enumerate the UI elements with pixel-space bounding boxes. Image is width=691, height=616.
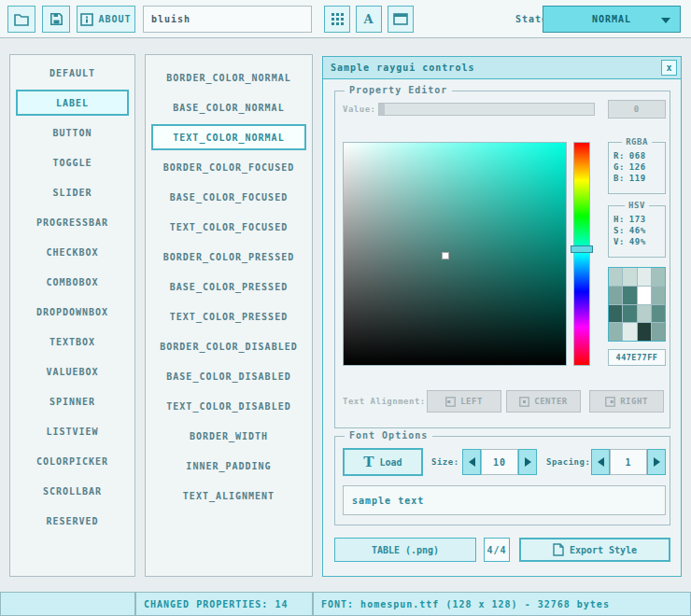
color-swatch[interactable] [609, 268, 622, 286]
s-value: 46% [629, 226, 646, 235]
property-item-base-color-disabled[interactable]: BASE_COLOR_DISABLED [151, 363, 306, 389]
font-size-label: Size: [431, 457, 459, 467]
controls-list-item-valuebox[interactable]: VALUEBOX [16, 358, 129, 385]
color-swatch[interactable] [638, 323, 651, 341]
font-A-icon: A [363, 12, 374, 26]
color-swatch[interactable] [623, 305, 636, 323]
hue-slider-handle[interactable] [571, 245, 593, 253]
controls-list-item-listview[interactable]: LISTVIEW [16, 418, 129, 444]
property-item-text-color-disabled[interactable]: TEXT_COLOR_DISABLED [151, 393, 306, 419]
color-panel[interactable] [343, 142, 567, 366]
font-size-increase-button[interactable] [518, 449, 537, 475]
align-left-button[interactable]: LEFT [427, 390, 501, 413]
controls-list-item-slider[interactable]: SLIDER [16, 179, 129, 205]
arrow-left-icon [469, 457, 475, 467]
property-item-border-color-pressed[interactable]: BORDER_COLOR_PRESSED [151, 244, 306, 270]
property-item-base-color-focused[interactable]: BASE_COLOR_FOCUSED [151, 184, 306, 210]
font-load-button[interactable]: T Load [343, 448, 423, 476]
align-right-button[interactable]: RIGHT [589, 390, 664, 413]
controls-list-item-combobox[interactable]: COMBOBOX [16, 269, 129, 295]
color-swatch[interactable] [638, 287, 651, 304]
controls-list-item-progressbar[interactable]: PROGRESSBAR [16, 209, 129, 235]
window-close-button[interactable]: x [661, 60, 677, 76]
open-style-button[interactable] [7, 6, 35, 33]
property-item-base-color-pressed[interactable]: BASE_COLOR_PRESSED [151, 273, 306, 300]
controls-list-item-toggle[interactable]: TOGGLE [16, 149, 129, 175]
property-item-text-alignment[interactable]: TEXT_ALIGNMENT [151, 483, 306, 509]
font-T-icon: T [363, 454, 374, 470]
font-spacing-decrease-button[interactable] [591, 449, 610, 475]
toolbar: ABOUT A State: NORMAL [0, 0, 691, 38]
font-size-decrease-button[interactable] [462, 449, 481, 475]
color-swatch[interactable] [652, 323, 665, 341]
color-picker-cursor[interactable] [442, 252, 449, 259]
status-changed-properties: CHANGED PROPERTIES: 14 [135, 592, 313, 616]
color-swatch-grid [608, 267, 666, 342]
window-titlebar[interactable]: Sample raygui controls [323, 57, 681, 79]
sample-text-input[interactable]: sample text [343, 485, 666, 515]
color-swatch[interactable] [609, 287, 622, 304]
color-swatch[interactable] [623, 268, 636, 286]
about-button[interactable]: ABOUT [77, 6, 135, 33]
align-center-button[interactable]: CENTER [506, 390, 581, 413]
font-settings-button[interactable]: A [356, 6, 382, 33]
controls-list-item-label[interactable]: LABEL [16, 90, 129, 116]
export-style-label: Export Style [570, 545, 637, 555]
style-table-image-button[interactable] [324, 6, 350, 33]
hue-bar[interactable] [573, 142, 590, 366]
color-swatch[interactable] [623, 287, 636, 304]
property-item-inner-padding[interactable]: INNER_PADDING [151, 453, 306, 479]
color-swatch[interactable] [652, 268, 665, 286]
value-slider-handle[interactable] [379, 104, 385, 115]
controls-list-item-colorpicker[interactable]: COLORPICKER [16, 448, 129, 474]
color-swatch[interactable] [652, 305, 665, 323]
controls-list-item-default[interactable]: DEFAULT [16, 60, 129, 86]
font-options-group: Font Options T Load Size: 10 Spacing: 1 … [334, 436, 670, 525]
controls-list-item-button[interactable]: BUTTON [16, 119, 129, 146]
hsv-hue-row: H:173 [609, 215, 665, 224]
property-item-border-color-normal[interactable]: BORDER_COLOR_NORMAL [151, 64, 306, 91]
controls-list-item-scrollbar[interactable]: SCROLLBAR [16, 478, 129, 504]
align-center-icon [519, 397, 529, 407]
export-style-button[interactable]: Export Style [519, 538, 670, 562]
color-swatch[interactable] [623, 323, 636, 341]
style-name-input[interactable] [143, 6, 312, 33]
property-item-text-color-focused[interactable]: TEXT_COLOR_FOCUSED [151, 214, 306, 240]
state-dropdown[interactable]: NORMAL [543, 6, 681, 33]
window-view-button[interactable] [388, 6, 414, 33]
property-item-border-width[interactable]: BORDER_WIDTH [151, 423, 306, 449]
property-item-border-color-focused[interactable]: BORDER_COLOR_FOCUSED [151, 154, 306, 180]
color-swatch[interactable] [652, 287, 665, 304]
h-label: H: [613, 215, 625, 224]
export-format-combo[interactable]: TABLE (.png) [334, 538, 476, 562]
font-spacing-value-box[interactable]: 1 [610, 449, 647, 475]
s-label: S: [613, 226, 625, 235]
color-swatch[interactable] [609, 305, 622, 323]
export-file-icon [553, 543, 564, 556]
color-swatch[interactable] [638, 268, 651, 286]
hex-value-box[interactable]: 447E77FF [608, 349, 666, 366]
value-box[interactable]: 0 [608, 100, 666, 119]
value-label: Value: [343, 105, 376, 114]
controls-list-item-textbox[interactable]: TEXTBOX [16, 329, 129, 355]
controls-list-item-spinner[interactable]: SPINNER [16, 388, 129, 414]
save-style-button[interactable] [42, 6, 70, 33]
color-swatch[interactable] [638, 305, 651, 323]
export-ratio-value-box[interactable]: 4/4 [484, 538, 510, 562]
controls-list-item-dropdownbox[interactable]: DROPDOWNBOX [16, 299, 129, 325]
color-swatch[interactable] [609, 323, 622, 341]
state-dropdown-value: NORMAL [592, 14, 631, 24]
property-item-text-color-pressed[interactable]: TEXT_COLOR_PRESSED [151, 303, 306, 329]
controls-list-item-checkbox[interactable]: CHECKBOX [16, 239, 129, 265]
align-center-label: CENTER [534, 397, 568, 406]
property-item-base-color-normal[interactable]: BASE_COLOR_NORMAL [151, 94, 306, 120]
grid-icon [331, 12, 345, 26]
controls-list-item-reserved[interactable]: RESERVED [16, 508, 129, 534]
status-font-text: FONT: homespun.ttf (128 x 128) - 32768 b… [321, 599, 610, 609]
property-item-border-color-disabled[interactable]: BORDER_COLOR_DISABLED [151, 333, 306, 359]
font-spacing-increase-button[interactable] [647, 449, 666, 475]
font-size-value-box[interactable]: 10 [481, 449, 518, 475]
chevron-down-icon [661, 18, 670, 23]
value-slider[interactable] [378, 103, 595, 116]
property-item-text-color-normal[interactable]: TEXT_COLOR_NORMAL [151, 124, 306, 150]
